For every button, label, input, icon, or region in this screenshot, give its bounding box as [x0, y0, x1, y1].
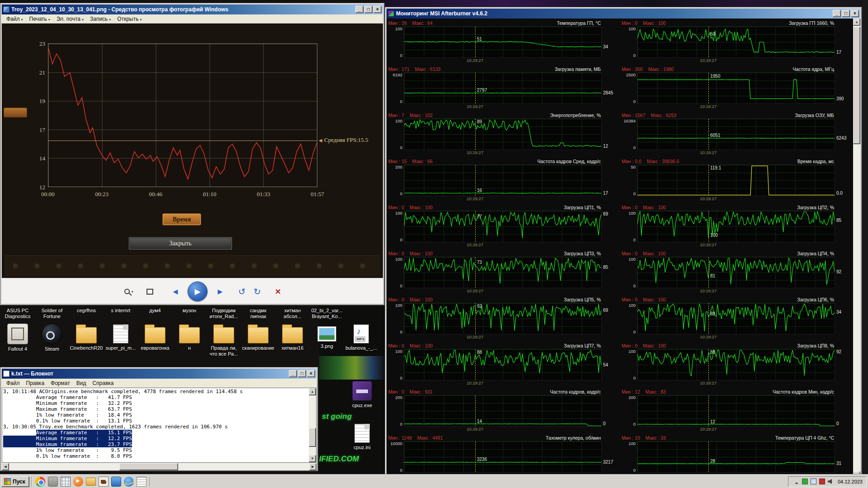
desktop-icon-хитман абсол...[interactable]: хитманабсол... — [276, 308, 309, 319]
graph-Частота кадров Мин, кадр/с: Мин : 12Макс : 83Частота кадров Мин, кад… — [621, 388, 852, 434]
scrollbar-thumb[interactable] — [309, 428, 316, 447]
menu-item-5[interactable]: Открыть▾ — [114, 15, 145, 23]
rotate-left-button[interactable]: ↺ — [235, 285, 249, 298]
media-player-icon[interactable] — [73, 477, 83, 487]
desktop-icon-3.png[interactable]: 3.png — [310, 324, 344, 349]
calculator-icon[interactable] — [61, 477, 71, 487]
desktop-icon-label: ASUS PCDiagnostics — [1, 308, 34, 319]
close-button[interactable]: × — [373, 6, 382, 13]
menu-item-3[interactable]: Эл. почта▾ — [54, 15, 87, 23]
scroll-up-icon[interactable]: ▲ — [309, 388, 316, 395]
notepad-icon[interactable] — [137, 477, 146, 487]
menu-item-1[interactable]: Файл▾ — [4, 15, 27, 23]
desktop-icon-cpuz.ini[interactable]: cpuz.ini — [345, 423, 379, 450]
cursor-value: 3236 — [477, 457, 487, 462]
next-button[interactable]: ▶ — [213, 285, 227, 298]
start-button[interactable]: Пуск — [1, 476, 29, 487]
desktop-icon-Steam[interactable]: Steam — [35, 324, 69, 352]
hidden-icons-arrow[interactable] — [793, 479, 799, 484]
graph-right-column: 0.0 — [835, 164, 852, 196]
desktop-icon-label: Подводимитоги_Rad... — [207, 308, 241, 319]
graph-right-column: 12 — [602, 118, 619, 150]
desktop-icon-Подводим итоги_Rad...[interactable]: Подводимитоги_Rad... — [207, 308, 241, 319]
menu-item-1[interactable]: Файл — [4, 379, 24, 387]
scrollbar-thumb[interactable] — [853, 27, 860, 144]
cursor-line — [708, 165, 709, 196]
notepad-horizontal-scrollbar[interactable]: ◀ ▶ — [2, 463, 316, 470]
label-line: липнак — [241, 314, 275, 319]
desktop-icon-Fallout 4[interactable]: Fallout 4 — [1, 324, 34, 352]
minimize-button[interactable]: _ — [355, 6, 363, 13]
scrollbar-thumb[interactable] — [119, 463, 178, 470]
desktop-icon-bulanova_-_...[interactable]: ♪MP3bulanova_-_... — [344, 324, 378, 351]
scroll-left-icon[interactable]: ◀ — [2, 463, 9, 470]
scroll-right-icon[interactable]: ▶ — [309, 463, 316, 470]
desktop-icon-евровагонка[interactable]: евровагонка — [138, 324, 172, 351]
photo-viewer-titlebar[interactable]: Troy_2023_12_04_10_30_13_041.png - Средс… — [2, 5, 383, 14]
volume-icon[interactable] — [828, 479, 834, 484]
close-button[interactable]: × — [307, 370, 315, 377]
graphs-column-left: Мин : 26Макс : 64Температура ГП, °C10005… — [387, 19, 620, 479]
desktop-icon-сканирование[interactable]: сканирование — [241, 324, 275, 351]
desktop-icon-н[interactable]: н — [173, 324, 206, 351]
display-icon[interactable] — [811, 479, 816, 484]
notepad-vertical-scrollbar[interactable]: ▲ ▼ — [309, 388, 316, 462]
minimize-button[interactable]: _ — [289, 370, 297, 377]
desktop-icon-сандмк липнак[interactable]: сандмклипнак — [241, 308, 275, 319]
menu-item-5[interactable]: Справка — [90, 379, 117, 387]
scroll-down-icon[interactable]: ▼ — [309, 455, 316, 462]
actual-size-button[interactable] — [143, 285, 156, 298]
menu-item-2[interactable]: Печать▾ — [27, 15, 54, 23]
time-tab-button[interactable]: Время — [162, 213, 201, 225]
desktop-icon-ASUS PC Diagnostics[interactable]: ASUS PCDiagnostics — [1, 308, 34, 319]
afterburner-titlebar[interactable]: Мониторинг MSI Afterburner v4.6.2 _ □ × — [387, 9, 860, 19]
desktop-icon-Правда ли, что все Ра...[interactable]: Правда ли,что все Ра... — [207, 324, 241, 357]
folder-icon — [76, 327, 97, 343]
max-value: Макс : 100 — [643, 297, 666, 302]
desktop-icon-музон[interactable]: музон — [173, 308, 206, 314]
coffee-cup-icon[interactable] — [99, 477, 108, 487]
close-button[interactable]: × — [851, 10, 859, 17]
average-fps-line — [48, 141, 317, 141]
blue-app-icon[interactable] — [111, 477, 121, 487]
desktop-icon-02_bi_2_var... Brayant_Ko...[interactable]: 02_bi_2_var...Brayant_Ko... — [310, 308, 344, 319]
desktop-icon-cegrfhns[interactable]: cegrfhns — [70, 308, 103, 314]
desktop-icon-cpuz.exe[interactable]: cpuz.exe — [345, 381, 379, 408]
notepad-titlebar[interactable]: k.txt — Блокнот _ □ × — [2, 369, 316, 379]
scroll-up-icon[interactable]: ▲ — [853, 19, 860, 26]
desktop-icon-хитман16[interactable]: хитман16 — [276, 324, 309, 351]
menu-item-3[interactable]: Формат — [48, 379, 74, 387]
menu-item-2[interactable]: Правка — [24, 379, 48, 387]
menu-item-4[interactable]: Вид — [74, 379, 90, 387]
chrome-icon[interactable] — [35, 477, 45, 487]
desktop-icon-CinebenchR20[interactable]: CinebenchR20 — [70, 324, 103, 351]
rotate-right-button[interactable]: ↻ — [250, 285, 264, 298]
desktop-icon-дум4[interactable]: дум4 — [138, 308, 172, 314]
maximize-button[interactable]: □ — [842, 10, 850, 17]
green-status-icon[interactable] — [802, 479, 808, 484]
graph-title: Частота кадров Мин, кадр/с — [671, 389, 834, 394]
maximize-button[interactable]: □ — [298, 370, 306, 377]
zoom-button[interactable]: ▾ — [122, 285, 136, 298]
notepad-text-area[interactable]: 3, 10:11:48 ACOrigins.exe benchmark comp… — [2, 388, 316, 463]
afterburner-scrollbar[interactable]: ▲ ▼ — [853, 19, 860, 479]
benchmark-close-button[interactable]: Закрыть — [129, 237, 232, 249]
internet-explorer-icon[interactable] — [124, 477, 134, 487]
graph-title: Загрузка ЦП7, % — [438, 343, 601, 348]
gray-app-icon[interactable] — [48, 477, 58, 487]
minimize-button[interactable]: _ — [833, 10, 841, 17]
menu-item-4[interactable]: Запись▾ — [87, 15, 114, 23]
menu-item-label: Печать — [29, 16, 47, 22]
desktop-icon-Soldier of Fortune[interactable]: Soldier ofFortune — [35, 308, 69, 319]
desktop-icon-super_pi_m...[interactable]: super_pi_m... — [104, 324, 137, 351]
slideshow-button[interactable]: ▶ — [188, 282, 208, 301]
delete-button[interactable]: × — [271, 285, 285, 298]
previous-button[interactable]: ◀ — [169, 285, 182, 298]
folder-icon[interactable] — [86, 478, 96, 486]
label-line: cpuz.exe — [345, 403, 379, 408]
graph-right-column: 6243 — [835, 118, 852, 150]
desktop-icon-s internrt[interactable]: s internrt — [104, 308, 137, 314]
maximize-button[interactable]: □ — [364, 6, 373, 13]
desktop-icon-label: Steam — [35, 346, 69, 352]
red-status-icon[interactable] — [819, 479, 825, 484]
